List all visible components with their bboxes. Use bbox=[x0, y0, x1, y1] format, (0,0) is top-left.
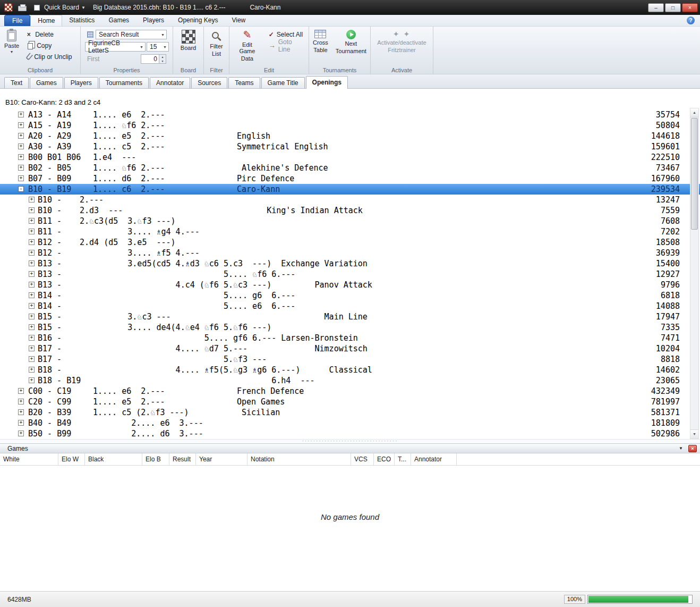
opening-row[interactable]: +B07 - B091.... d6 2.--- Pirc Defence167… bbox=[0, 173, 700, 184]
expand-icon[interactable]: + bbox=[18, 388, 24, 394]
ribbon-tab-statistics[interactable]: Statistics bbox=[62, 15, 101, 26]
filter-list-button[interactable]: Filter List bbox=[206, 29, 227, 58]
games-column-annotator[interactable]: Annotator bbox=[411, 453, 457, 465]
clip-unclip-button[interactable]: Clip or Unclip bbox=[23, 51, 73, 62]
expand-icon[interactable]: + bbox=[29, 271, 35, 277]
fritztrainer-button[interactable]: ✦ ✦ Activate/deactivate Fritztrainer bbox=[373, 29, 431, 54]
copy-button[interactable]: Copy bbox=[23, 40, 73, 51]
spin-up-icon[interactable]: ▲ bbox=[159, 55, 166, 59]
expand-icon[interactable]: + bbox=[18, 420, 24, 426]
expand-icon[interactable]: + bbox=[29, 239, 35, 245]
opening-row[interactable]: +B00 B01 B061.e4 ---222510 bbox=[0, 152, 700, 163]
opening-row[interactable]: +B10 -2.---13247 bbox=[0, 195, 700, 205]
paste-caret-icon[interactable]: ▼ bbox=[10, 50, 14, 54]
close-button[interactable]: × bbox=[682, 3, 698, 12]
opening-row[interactable]: +B18 - 4.... ♗f5(5.♘g3 ♗g6 6.---) Classi… bbox=[0, 365, 700, 375]
opening-row[interactable]: +A15 - A191.... ♘f6 2.---50804 bbox=[0, 120, 700, 131]
expand-icon[interactable]: + bbox=[18, 165, 24, 171]
opening-row[interactable]: +B12 -2.d4 (d5 3.e5 ---)18508 bbox=[0, 237, 700, 248]
expand-icon[interactable]: + bbox=[18, 112, 24, 117]
opening-row[interactable]: +B17 - 5.♘f3 ---8818 bbox=[0, 354, 700, 365]
games-column-vcs[interactable]: VCS bbox=[351, 453, 374, 465]
next-tournament-button[interactable]: Next Tournament bbox=[334, 29, 369, 66]
doc-tab-annotator[interactable]: Annotator bbox=[150, 77, 190, 88]
expand-icon[interactable]: + bbox=[18, 133, 24, 139]
expand-icon[interactable]: + bbox=[18, 175, 24, 181]
expand-icon[interactable]: + bbox=[29, 197, 35, 203]
doc-tab-text[interactable]: Text bbox=[4, 77, 29, 88]
font-size-combo[interactable]: 15 ▼ bbox=[147, 42, 169, 52]
opening-row[interactable]: +A13 - A141.... e6 2.---35754 bbox=[0, 109, 700, 120]
expand-icon[interactable]: + bbox=[18, 431, 24, 436]
opening-row[interactable]: +A30 - A391.... c5 2.--- Symmetrical Eng… bbox=[0, 141, 700, 152]
ribbon-tab-home[interactable]: Home bbox=[30, 15, 62, 26]
search-result-combo[interactable]: Search Result ▼ bbox=[96, 30, 167, 39]
games-column-year[interactable]: Year bbox=[196, 453, 247, 465]
opening-row[interactable]: -B10 - B191.... c6 2.--- Caro-Kann239534 bbox=[0, 184, 700, 195]
doc-tab-game-title[interactable]: Game Title bbox=[261, 77, 305, 88]
doc-tab-sources[interactable]: Sources bbox=[191, 77, 227, 88]
help-icon[interactable]: ? bbox=[687, 16, 695, 24]
minimize-button[interactable]: – bbox=[648, 3, 664, 12]
expand-icon[interactable]: + bbox=[29, 260, 35, 266]
ribbon-tab-view[interactable]: View bbox=[225, 15, 252, 26]
games-column-elo-w[interactable]: Elo W bbox=[58, 453, 85, 465]
expand-icon[interactable]: + bbox=[18, 399, 24, 404]
doc-tab-players[interactable]: Players bbox=[64, 77, 98, 88]
opening-row[interactable]: +C20 - C991.... e5 2.--- Open Games78199… bbox=[0, 397, 700, 407]
titlebar-checkbox[interactable] bbox=[34, 5, 40, 11]
doc-tab-games[interactable]: Games bbox=[30, 77, 63, 88]
games-column-result[interactable]: Result bbox=[169, 453, 196, 465]
ribbon-tab-opening-keys[interactable]: Opening Keys bbox=[171, 15, 225, 26]
opening-row[interactable]: +B02 - B051.... ♘f6 2.--- Alekhine's Def… bbox=[0, 163, 700, 173]
quick-board-caret-icon[interactable]: ▼ bbox=[81, 5, 86, 10]
opening-row[interactable]: +B13 - 5.... ♘f6 6.---12927 bbox=[0, 269, 700, 280]
expand-icon[interactable]: + bbox=[18, 154, 24, 160]
print-icon[interactable] bbox=[18, 6, 27, 11]
opening-row[interactable]: +B13 - 4.c4 (♘f6 5.♘c3 ---) Panov Attack… bbox=[0, 280, 700, 290]
paste-button[interactable]: Paste ▼ bbox=[2, 29, 21, 66]
opening-row[interactable]: +B50 - B99 2.... d6 3.---502986 bbox=[0, 428, 700, 439]
opening-row[interactable]: +C00 - C191.... e6 2.--- French Defence4… bbox=[0, 386, 700, 397]
ribbon-tab-games[interactable]: Games bbox=[101, 15, 136, 26]
expand-icon[interactable]: + bbox=[29, 314, 35, 319]
scroll-up-icon[interactable]: ▲ bbox=[690, 108, 698, 117]
edit-game-data-button[interactable]: ✎ Edit Game Data bbox=[232, 29, 263, 66]
games-column-eco[interactable]: ECO bbox=[374, 453, 395, 465]
doc-tab-teams[interactable]: Teams bbox=[228, 77, 260, 88]
expand-icon[interactable]: + bbox=[18, 122, 24, 128]
ribbon-tab-players[interactable]: Players bbox=[136, 15, 171, 26]
doc-tab-tournaments[interactable]: Tournaments bbox=[99, 77, 149, 88]
goto-line-button[interactable]: → Goto Line bbox=[267, 40, 306, 51]
opening-row[interactable]: +B20 - B391.... c5 (2.♘f3 ---) Sicilian5… bbox=[0, 407, 700, 418]
games-column-t[interactable]: T... bbox=[395, 453, 411, 465]
opening-row[interactable]: +B11 -2.♘c3(d5 3.♘f3 ---)7608 bbox=[0, 216, 700, 226]
opening-row[interactable]: +B14 - 5.... e6 6.---14088 bbox=[0, 301, 700, 311]
delete-button[interactable]: × Delete bbox=[23, 29, 73, 40]
expand-icon[interactable]: + bbox=[29, 282, 35, 288]
quick-board-label[interactable]: Quick Board bbox=[44, 4, 79, 11]
splitter-handle[interactable]: ·································· bbox=[0, 439, 700, 443]
games-column-elo-b[interactable]: Elo B bbox=[142, 453, 169, 465]
expand-icon[interactable]: + bbox=[29, 292, 35, 298]
opening-row[interactable]: +B15 - 3.♘c3 --- Main Line17947 bbox=[0, 311, 700, 322]
collapse-chevron-icon[interactable]: ▼ bbox=[679, 446, 683, 451]
expand-icon[interactable]: + bbox=[29, 218, 35, 224]
opening-row[interactable]: +A20 - A291.... e5 2.--- English144618 bbox=[0, 131, 700, 141]
spin-down-icon[interactable]: ▼ bbox=[159, 59, 166, 63]
collapse-icon[interactable]: - bbox=[18, 186, 24, 192]
expand-icon[interactable]: + bbox=[29, 356, 35, 362]
expand-icon[interactable]: + bbox=[29, 377, 35, 383]
ribbon-tab-file[interactable]: File bbox=[4, 15, 30, 26]
first-spinner[interactable]: 0 ▲ ▼ bbox=[141, 54, 166, 64]
expand-icon[interactable]: + bbox=[29, 367, 35, 373]
expand-icon[interactable]: + bbox=[29, 229, 35, 234]
expand-icon[interactable]: + bbox=[18, 144, 24, 149]
expand-icon[interactable]: + bbox=[18, 409, 24, 415]
games-close-icon[interactable]: × bbox=[688, 445, 697, 452]
expand-icon[interactable]: + bbox=[29, 324, 35, 330]
expand-icon[interactable]: + bbox=[29, 303, 35, 309]
vertical-scrollbar[interactable]: ▲ ▼ bbox=[690, 108, 699, 439]
opening-row[interactable]: +B12 - 3.... ♗f5 4.---36939 bbox=[0, 248, 700, 258]
expand-icon[interactable]: + bbox=[29, 250, 35, 256]
